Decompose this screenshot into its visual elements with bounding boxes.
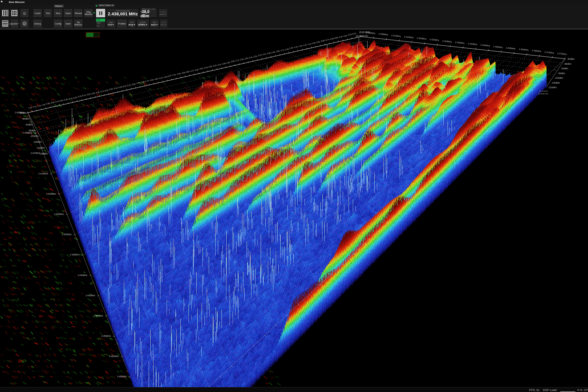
rx-selector[interactable]: Rx1 Rx2 Tx — [96, 18, 106, 28]
menubar: New Mission — [0, 0, 588, 5]
span-dropdown[interactable]: Span Full▼ — [106, 19, 116, 28]
rx-item-tx[interactable]: Tx — [96, 24, 105, 27]
dsp-load-value: 0 % — [577, 388, 582, 392]
frowny-button[interactable]: ☹ — [20, 19, 29, 28]
layout-grid-button[interactable] — [10, 8, 19, 18]
layout-rows-button[interactable] — [1, 19, 9, 28]
layout-columns-button[interactable] — [1, 8, 9, 18]
dbg-mission-button[interactable]: Dbg Mission — [84, 8, 93, 18]
enable-dropdown: Enable auto▼ — [158, 8, 168, 18]
dsp-load-label: DSP Load: — [543, 388, 557, 392]
app-arrow-icon — [1, 0, 3, 3]
pause-button[interactable] — [96, 8, 106, 18]
chevron-down-icon: ▼ — [156, 24, 158, 26]
smiley-button[interactable]: ☺ — [20, 8, 29, 18]
dsp-load-progressbar — [560, 389, 575, 392]
profiles-button[interactable]: Profiles — [117, 19, 127, 28]
layouts-button[interactable]: Layouts▼ — [10, 19, 19, 28]
reload-button[interactable]: Reload — [74, 8, 83, 18]
chevron-down-icon: ▼ — [164, 13, 167, 15]
tab-mission[interactable]: Mission — [54, 5, 64, 8]
window-title: New Mission — [9, 1, 24, 4]
center-frequency-display[interactable]: Center Frequency 2.438,001 MHz — [107, 8, 139, 18]
statusbar: FPS: 61 DSP Load: 0 % CPU — [0, 387, 588, 392]
crash-button[interactable]: Crash — [33, 8, 42, 18]
smiley-icon: ☺ — [22, 11, 26, 15]
grid-panes-icon — [11, 10, 17, 16]
cpu-label-clipped: CPU — [584, 388, 588, 392]
fps-readout: FPS: 61 — [529, 388, 540, 392]
pause-icon — [99, 11, 102, 15]
chevron-down-icon: ▼ — [133, 24, 136, 26]
chevron-down-icon: ▼ — [18, 23, 19, 25]
open-button[interactable]: Open — [63, 8, 73, 18]
vertical-panes-icon — [2, 10, 8, 16]
horizontal-panes-icon — [2, 21, 8, 26]
rx-item-rx2[interactable]: Rx2 — [96, 22, 105, 24]
new-button[interactable]: New — [53, 8, 63, 18]
chevron-down-icon: ▼ — [112, 24, 114, 26]
iq-rate-dropdown[interactable]: IQ Rate 92MHz▼ — [137, 19, 149, 28]
chevron-down-icon: ▼ — [145, 24, 148, 26]
tst-mission-button[interactable]: Tst Mission — [74, 19, 83, 28]
rx-item-rx1[interactable]: Rx1 — [96, 19, 105, 22]
reference-level-display[interactable]: Reference Level -38,0 dBm — [140, 8, 157, 18]
debug-button[interactable]: Debug — [33, 19, 42, 28]
type-dropdown[interactable]: Type auto▼ — [150, 19, 159, 28]
frowny-icon: ☹ — [22, 22, 27, 26]
test-button[interactable]: Test — [43, 8, 52, 18]
chevron-down-icon: ▼ — [165, 24, 167, 26]
amp-dropdown[interactable]: Amp Amp▼ — [128, 19, 136, 28]
mini-status-badge — [86, 32, 100, 38]
play-icon — [96, 5, 98, 7]
active-device-marker-icon — [94, 12, 95, 14]
spectrogram-canvas[interactable] — [0, 0, 588, 392]
select-dropdown: Select Rx1▼ — [160, 19, 168, 28]
tab-spectran-v6[interactable]: SPECTRAN V6 — [95, 4, 115, 7]
toolbar: Mission SPECTRAN V6 Layouts▼ ☺ ☹ Crash D… — [0, 5, 588, 29]
save-button[interactable]: Save — [63, 19, 73, 28]
config-button[interactable]: Config — [53, 19, 63, 28]
waterfall-3d-view[interactable]: 22.02.2021 18:18:55.491 22.02.2021 18:18… — [0, 0, 588, 392]
